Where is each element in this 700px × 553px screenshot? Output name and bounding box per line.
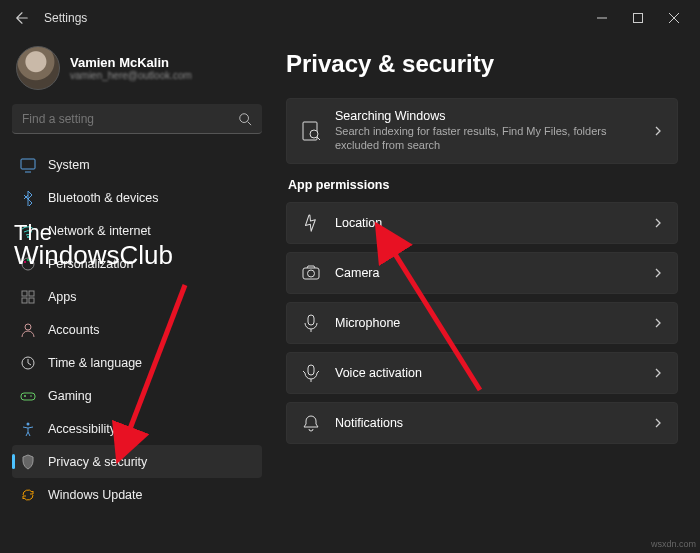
sidebar-item-label: System	[48, 158, 90, 172]
voice-icon	[301, 363, 321, 383]
card-title: Microphone	[335, 316, 639, 330]
svg-point-16	[27, 422, 30, 425]
sidebar-item-gaming[interactable]: Gaming	[12, 379, 262, 412]
sidebar-item-personalization[interactable]: Personalization	[12, 247, 262, 280]
chevron-right-icon	[653, 418, 663, 428]
camera-card[interactable]: Camera	[286, 252, 678, 294]
titlebar: Settings	[0, 0, 700, 36]
sidebar-item-accessibility[interactable]: Accessibility	[12, 412, 262, 445]
card-subtitle: Search indexing for faster results, Find…	[335, 124, 639, 153]
sidebar-item-bluetooth[interactable]: Bluetooth & devices	[12, 181, 262, 214]
time-icon	[20, 355, 36, 371]
svg-rect-22	[308, 365, 314, 375]
card-title: Location	[335, 216, 639, 230]
sidebar-item-label: Time & language	[48, 356, 142, 370]
user-name: Vamien McKalin	[70, 55, 192, 70]
svg-rect-21	[308, 315, 314, 325]
svg-point-7	[30, 261, 32, 263]
apps-icon	[20, 289, 36, 305]
page-title: Privacy & security	[286, 50, 678, 78]
chevron-right-icon	[653, 126, 663, 136]
nav-list: SystemBluetooth & devicesNetwork & inter…	[12, 148, 262, 545]
svg-rect-8	[22, 291, 27, 296]
sidebar-item-update[interactable]: Windows Update	[12, 478, 262, 511]
svg-point-20	[308, 270, 315, 277]
svg-point-5	[24, 261, 26, 263]
credit: wsxdn.com	[651, 539, 696, 549]
accessibility-icon	[20, 421, 36, 437]
sidebar-item-apps[interactable]: Apps	[12, 280, 262, 313]
update-icon	[20, 487, 36, 503]
arrow-left-icon	[15, 11, 29, 25]
sidebar-item-time[interactable]: Time & language	[12, 346, 262, 379]
maximize-button[interactable]	[620, 4, 656, 32]
location-icon	[301, 213, 321, 233]
svg-point-18	[310, 130, 318, 138]
chevron-right-icon	[653, 318, 663, 328]
search-windows-icon	[301, 121, 321, 141]
sidebar-item-label: Accounts	[48, 323, 99, 337]
minimize-icon	[597, 13, 607, 23]
voice-card[interactable]: Voice activation	[286, 352, 678, 394]
sidebar-item-system[interactable]: System	[12, 148, 262, 181]
chevron-right-icon	[653, 268, 663, 278]
chevron-right-icon	[653, 368, 663, 378]
card-title: Notifications	[335, 416, 639, 430]
svg-point-12	[25, 324, 31, 330]
notifications-icon	[301, 413, 321, 433]
searching-windows-card[interactable]: Searching Windows Search indexing for fa…	[286, 98, 678, 164]
sidebar-item-label: Windows Update	[48, 488, 143, 502]
close-icon	[669, 13, 679, 23]
location-card[interactable]: Location	[286, 202, 678, 244]
microphone-card[interactable]: Microphone	[286, 302, 678, 344]
card-title: Camera	[335, 266, 639, 280]
search-input[interactable]	[22, 112, 238, 126]
svg-rect-2	[21, 159, 35, 169]
sidebar-item-label: Bluetooth & devices	[48, 191, 159, 205]
svg-point-1	[240, 113, 249, 122]
sidebar-item-privacy[interactable]: Privacy & security	[12, 445, 262, 478]
sidebar-item-label: Privacy & security	[48, 455, 147, 469]
section-label: App permissions	[288, 178, 678, 192]
search-icon	[238, 112, 252, 126]
camera-icon	[301, 263, 321, 283]
card-title: Searching Windows	[335, 109, 639, 123]
system-icon	[20, 157, 36, 173]
svg-point-15	[30, 395, 32, 397]
sidebar-item-label: Accessibility	[48, 422, 116, 436]
avatar	[16, 46, 60, 90]
search-box[interactable]	[12, 104, 262, 134]
privacy-icon	[20, 454, 36, 470]
sidebar-item-label: Personalization	[48, 257, 133, 271]
wifi-icon	[20, 223, 36, 239]
gaming-icon	[20, 388, 36, 404]
svg-rect-14	[21, 393, 35, 400]
bluetooth-icon	[20, 190, 36, 206]
svg-rect-11	[29, 298, 34, 303]
back-button[interactable]	[8, 4, 36, 32]
card-title: Voice activation	[335, 366, 639, 380]
microphone-icon	[301, 313, 321, 333]
content-area: Privacy & security Searching Windows Sea…	[270, 36, 700, 553]
sidebar: Vamien McKalin vamien_here@outlook.com S…	[0, 36, 270, 553]
maximize-icon	[633, 13, 643, 23]
minimize-button[interactable]	[584, 4, 620, 32]
user-email: vamien_here@outlook.com	[70, 70, 192, 81]
user-profile[interactable]: Vamien McKalin vamien_here@outlook.com	[12, 40, 262, 104]
sidebar-item-label: Network & internet	[48, 224, 151, 238]
sidebar-item-label: Gaming	[48, 389, 92, 403]
svg-point-3	[27, 236, 29, 238]
sidebar-item-wifi[interactable]: Network & internet	[12, 214, 262, 247]
sidebar-item-accounts[interactable]: Accounts	[12, 313, 262, 346]
personalization-icon	[20, 256, 36, 272]
svg-rect-0	[634, 14, 643, 23]
svg-rect-9	[29, 291, 34, 296]
chevron-right-icon	[653, 218, 663, 228]
svg-rect-10	[22, 298, 27, 303]
sidebar-item-label: Apps	[48, 290, 77, 304]
window-title: Settings	[44, 11, 87, 25]
svg-point-6	[27, 259, 29, 261]
notifications-card[interactable]: Notifications	[286, 402, 678, 444]
close-button[interactable]	[656, 4, 692, 32]
accounts-icon	[20, 322, 36, 338]
